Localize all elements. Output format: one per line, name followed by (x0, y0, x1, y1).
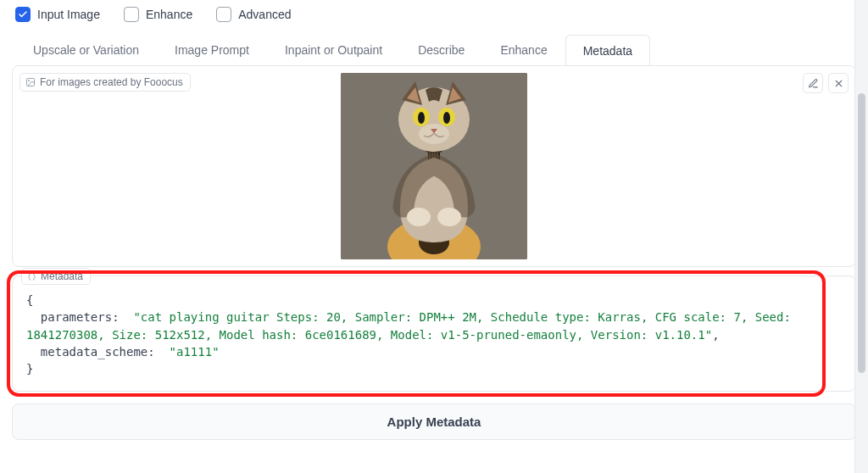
checkbox-box (216, 7, 231, 22)
image-drop-panel[interactable]: For images created by Fooocus (12, 65, 856, 267)
scrollbar-thumb[interactable] (858, 93, 865, 373)
metadata-label-text: Metadata (41, 270, 83, 282)
tab-metadata[interactable]: Metadata (565, 35, 650, 66)
checkbox-box (15, 7, 31, 22)
metadata-box: Metadata { parameters: "cat playing guit… (12, 275, 856, 392)
tab-upscale[interactable]: Upscale or Variation (15, 34, 157, 65)
panel-actions (803, 73, 849, 93)
metadata-section: Metadata { parameters: "cat playing guit… (12, 275, 856, 392)
checkbox-input-image[interactable]: Input Image (15, 7, 100, 22)
apply-metadata-button[interactable]: Apply Metadata (12, 403, 856, 440)
checkbox-label: Advanced (238, 8, 291, 21)
metadata-label-badge: Metadata (21, 268, 91, 285)
svg-point-19 (443, 112, 450, 124)
svg-point-1 (29, 81, 31, 82)
svg-point-18 (418, 112, 425, 124)
image-preview[interactable] (341, 73, 527, 259)
edit-image-button[interactable] (803, 73, 823, 93)
panel-caption-text: For images created by Fooocus (40, 76, 183, 88)
svg-point-13 (407, 208, 431, 226)
options-row: Input Image Enhance Advanced (12, 0, 856, 34)
tab-enhance[interactable]: Enhance (482, 34, 565, 65)
metadata-json[interactable]: { parameters: "cat playing guitar Steps:… (26, 292, 842, 377)
vertical-scrollbar[interactable] (854, 0, 868, 473)
tab-prompt[interactable]: Image Prompt (157, 34, 267, 65)
panel-caption-badge: For images created by Fooocus (19, 73, 191, 92)
tab-describe[interactable]: Describe (400, 34, 482, 65)
tabs-bar: Upscale or Variation Image Prompt Inpain… (12, 34, 856, 65)
tab-inpaint[interactable]: Inpaint or Outpaint (267, 34, 400, 65)
svg-point-20 (419, 124, 449, 144)
checkbox-advanced[interactable]: Advanced (216, 7, 291, 22)
checkbox-label: Enhance (146, 8, 192, 21)
checkbox-box (124, 7, 139, 22)
checkbox-label: Input Image (37, 8, 100, 21)
checkbox-enhance[interactable]: Enhance (124, 7, 192, 22)
svg-point-14 (437, 208, 461, 226)
remove-image-button[interactable] (828, 73, 849, 93)
